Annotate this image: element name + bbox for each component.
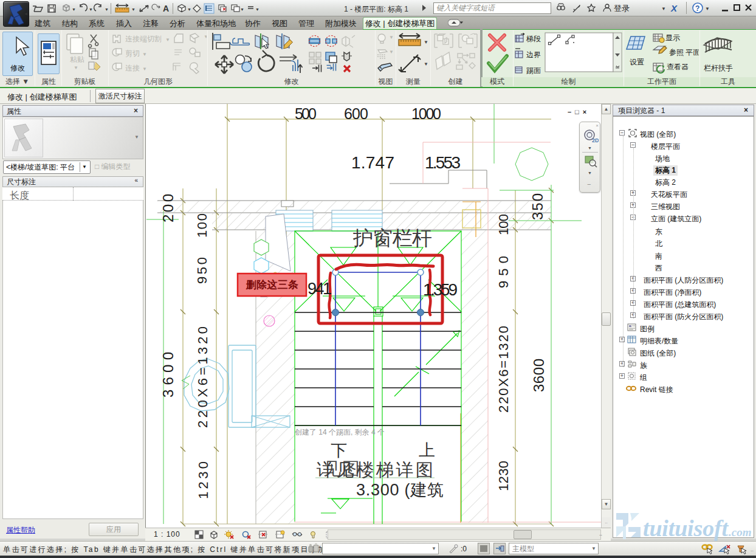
svg-text:护窗栏杆: 护窗栏杆 [352,227,432,249]
svg-text:1.359: 1.359 [423,280,458,299]
svg-text:上: 上 [419,441,435,460]
svg-text:500: 500 [295,105,317,122]
svg-text:100: 100 [194,213,210,238]
svg-text:下: 下 [331,441,347,460]
svg-text:显示: 显示 [665,33,680,42]
svg-text:1000: 1000 [411,105,441,122]
svg-text:登录: 登录 [614,4,630,13]
svg-text:查看器: 查看器 [667,63,689,71]
svg-text:2D: 2D [592,137,599,143]
svg-text:▼: ▼ [424,40,428,45]
svg-text:粘贴: 粘贴 [70,55,84,64]
svg-text:▼: ▼ [74,65,78,71]
svg-text:600: 600 [344,105,368,122]
svg-text:941: 941 [308,280,332,298]
svg-text:220X6=1320: 220X6=1320 [496,326,511,413]
svg-text:▼: ▼ [424,61,428,67]
svg-text:100: 100 [496,214,511,235]
svg-text:X: X [670,3,678,13]
svg-text:▼: ▼ [705,6,710,12]
svg-text:3600: 3600 [160,352,176,398]
svg-text:连接: 连接 [125,64,140,72]
svg-text:▼: ▼ [240,7,244,12]
svg-text:?: ? [695,4,699,13]
svg-text:.com: .com [729,526,751,539]
svg-text:▼: ▼ [142,66,147,72]
svg-text:▼: ▼ [142,52,147,57]
svg-text:350: 350 [529,193,546,220]
svg-text:1.553: 1.553 [425,153,461,172]
svg-text:950: 950 [194,257,210,284]
svg-text:1230: 1230 [496,461,511,491]
svg-text:▼: ▼ [204,34,207,40]
svg-text:950: 950 [496,256,511,288]
svg-text:A: A [163,4,169,13]
svg-text:▼: ▼ [131,7,136,12]
svg-text:200: 200 [160,194,176,222]
svg-text:1230: 1230 [196,461,211,499]
svg-text:220X6=1320: 220X6=1320 [195,326,210,428]
svg-text:3.300 (建筑: 3.300 (建筑 [356,481,444,499]
svg-text:参照 平面: 参照 平面 [669,48,699,57]
svg-text:踢面: 踢面 [526,66,541,75]
svg-text:剪切: 剪切 [125,49,140,58]
svg-text:3600: 3600 [531,359,547,392]
svg-text:▼: ▼ [89,7,93,12]
svg-text:▼: ▼ [255,7,259,12]
svg-text:创建了 14 个踢面, 剩余 4 个: 创建了 14 个踢面, 剩余 4 个 [294,428,385,436]
svg-text:▼: ▼ [389,49,394,55]
svg-text:删除这三条: 删除这三条 [246,279,298,291]
svg-text:▼: ▼ [165,37,170,43]
svg-text:▼: ▼ [72,7,76,12]
svg-text:▼: ▼ [389,35,394,40]
svg-text:连接端切割: 连接端切割 [125,35,162,43]
svg-text:1.747: 1.747 [351,153,394,172]
svg-text:梯段: 梯段 [526,35,541,43]
svg-text:tuituisoft: tuituisoft [643,515,729,541]
svg-text:▼: ▼ [105,7,109,12]
svg-text:▼: ▼ [187,7,191,12]
svg-text:设置: 设置 [630,58,644,66]
svg-text:▼: ▼ [661,6,666,12]
svg-text:边界: 边界 [526,50,541,59]
